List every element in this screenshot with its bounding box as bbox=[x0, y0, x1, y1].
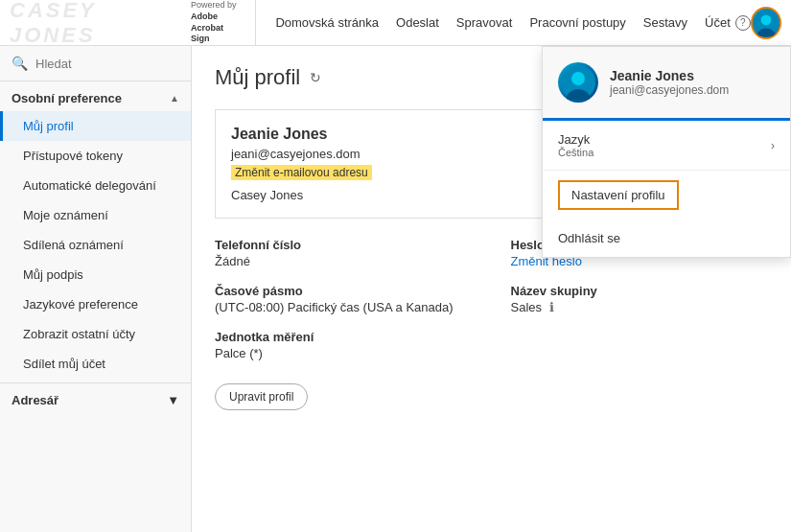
sidebar-item-auto-delegovani[interactable]: Automatické delegování bbox=[0, 171, 191, 200]
sidebar-item-sdilena-oznameni[interactable]: Sdílená oznámení bbox=[0, 230, 191, 260]
dropdown-avatar bbox=[558, 62, 598, 103]
refresh-icon[interactable]: ↻ bbox=[310, 70, 321, 85]
dropdown-language-item[interactable]: Jazyk Čeština › bbox=[543, 121, 790, 171]
search-input[interactable] bbox=[35, 57, 179, 71]
nav-manage[interactable]: Spravovat bbox=[456, 15, 513, 30]
timezone-section: Časové pásmo (UTC-08:00) Pacifický čas (… bbox=[215, 284, 473, 314]
dropdown-user-info: Jeanie Jones jeani@casyejones.dom bbox=[610, 68, 729, 97]
sidebar-item-sdilet-ucet[interactable]: Sdílet můj účet bbox=[0, 349, 191, 379]
units-label: Jednotka měření bbox=[215, 330, 473, 344]
user-avatar-button[interactable] bbox=[751, 7, 781, 39]
help-icon[interactable]: ? bbox=[735, 15, 751, 31]
group-info-icon[interactable]: ℹ bbox=[549, 300, 554, 314]
timezone-label: Časové pásmo bbox=[215, 284, 473, 298]
edit-profile-button[interactable]: Upravit profil bbox=[215, 383, 308, 410]
group-section: Název skupiny Sales ℹ bbox=[511, 284, 769, 314]
page-title: Můj profil bbox=[215, 65, 300, 90]
profile-right: Heslo Změnit heslo Název skupiny Sales ℹ bbox=[511, 238, 769, 410]
sidebar-section-header[interactable]: Osobní preference ▲ bbox=[0, 81, 191, 111]
nav-account[interactable]: Účet ? bbox=[705, 15, 751, 31]
profile-settings-label: Nastavení profilu bbox=[558, 180, 679, 210]
timezone-value: (UTC-08:00) Pacifický čas (USA a Kanada) bbox=[215, 300, 473, 314]
dropdown-user-name: Jeanie Jones bbox=[610, 68, 729, 83]
adresář-label: Adresář bbox=[12, 393, 58, 407]
units-value: Palce (*) bbox=[215, 346, 473, 360]
phone-section: Telefonní číslo Žádné bbox=[215, 238, 473, 268]
svg-point-1 bbox=[760, 14, 771, 25]
chevron-right-icon: › bbox=[771, 139, 775, 152]
sidebar-item-muj-podpis[interactable]: Můj podpis bbox=[0, 260, 191, 289]
sidebar-item-jazykove-preference[interactable]: Jazykové preference bbox=[0, 289, 191, 319]
nav-send[interactable]: Odeslat bbox=[396, 15, 439, 30]
phone-label: Telefonní číslo bbox=[215, 238, 473, 252]
dropdown-language-value: Čeština bbox=[558, 147, 593, 158]
sidebar: 🔍 Osobní preference ▲ Můj profil Přístup… bbox=[0, 46, 192, 532]
chevron-up-icon: ▲ bbox=[170, 93, 179, 104]
phone-value: Žádné bbox=[215, 254, 473, 268]
sidebar-item-pristupove-tokeny[interactable]: Přístupové tokeny bbox=[0, 141, 191, 171]
nav-workflow[interactable]: Pracovní postupy bbox=[529, 15, 625, 30]
sidebar-search: 🔍 bbox=[0, 46, 191, 81]
search-icon: 🔍 bbox=[12, 56, 28, 71]
logo-area: CASEY JONES Powered by Adobe Acrobat Sig… bbox=[10, 0, 256, 45]
dropdown-menu: Jeanie Jones jeani@casyejones.dom Jazyk … bbox=[542, 46, 791, 258]
group-name-label: Název skupiny bbox=[511, 284, 769, 298]
profile-left: Telefonní číslo Žádné Časové pásmo (UTC-… bbox=[215, 238, 473, 410]
dropdown-profile-settings-item[interactable]: Nastavení profilu bbox=[543, 171, 790, 220]
nav-links: Domovská stránka Odeslat Spravovat Praco… bbox=[256, 15, 750, 31]
nav-home[interactable]: Domovská stránka bbox=[275, 15, 379, 30]
sidebar-adresář[interactable]: Adresář ▼ bbox=[0, 382, 191, 417]
units-section: Jednotka měření Palce (*) bbox=[215, 330, 473, 360]
dropdown-language-label: Jazyk bbox=[558, 132, 593, 147]
powered-by-label: Powered by bbox=[191, 0, 241, 12]
change-email-link[interactable]: Změnit e-mailovou adresu bbox=[231, 165, 372, 180]
casey-jones-logo: CASEY JONES bbox=[10, 0, 179, 48]
group-name-value: Sales ℹ bbox=[511, 300, 769, 314]
powered-by-area: Powered by Adobe Acrobat Sign bbox=[191, 0, 241, 45]
adobe-line1: Adobe bbox=[191, 12, 241, 23]
sidebar-item-moje-oznameni[interactable]: Moje oznámení bbox=[0, 200, 191, 230]
dropdown-user-email: jeani@casyejones.dom bbox=[610, 83, 729, 97]
profile-details: Telefonní číslo Žádné Časové pásmo (UTC-… bbox=[215, 238, 768, 410]
nav-account-label: Účet bbox=[705, 15, 731, 30]
sidebar-item-muj-profil[interactable]: Můj profil bbox=[0, 111, 191, 141]
sidebar-item-zobrazit-ostatni[interactable]: Zobrazit ostatní účty bbox=[0, 319, 191, 349]
dropdown-header: Jeanie Jones jeani@casyejones.dom bbox=[543, 47, 790, 121]
sidebar-section-label: Osobní preference bbox=[12, 91, 122, 105]
dropdown-signout-item[interactable]: Odhlásit se bbox=[543, 220, 790, 257]
main-layout: 🔍 Osobní preference ▲ Můj profil Přístup… bbox=[0, 46, 791, 532]
adobe-line2: Acrobat Sign bbox=[191, 23, 241, 45]
svg-point-4 bbox=[571, 72, 585, 85]
chevron-down-icon: ▼ bbox=[167, 393, 179, 407]
nav-reports[interactable]: Sestavy bbox=[643, 15, 687, 30]
top-nav: CASEY JONES Powered by Adobe Acrobat Sig… bbox=[0, 0, 791, 46]
